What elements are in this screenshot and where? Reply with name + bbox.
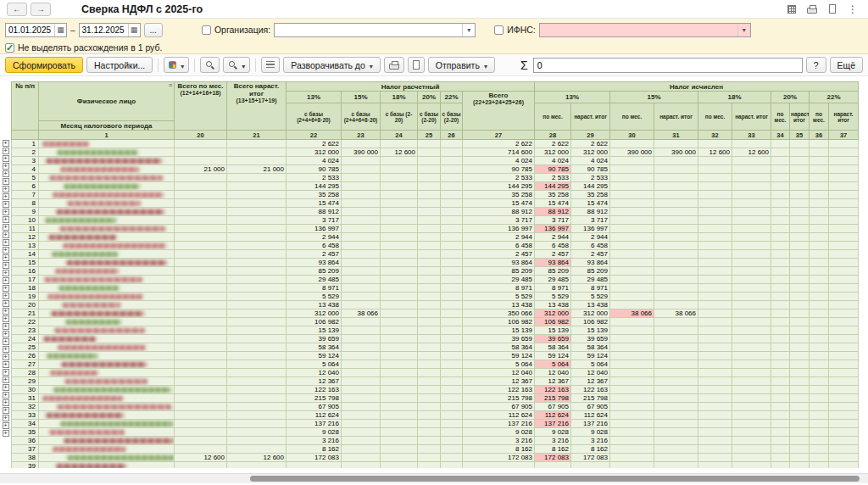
value-cell-30[interactable] [610, 157, 654, 165]
value-cell-20[interactable] [175, 267, 227, 276]
value-cell-23[interactable] [342, 386, 381, 394]
row-number-cell[interactable]: 29 [12, 377, 39, 386]
value-cell-37[interactable] [829, 428, 859, 437]
value-cell-33[interactable] [732, 318, 771, 326]
person-cell[interactable] [39, 335, 175, 343]
value-cell-21[interactable] [227, 343, 287, 352]
value-cell-34[interactable] [771, 343, 790, 352]
value-cell-26[interactable] [441, 326, 463, 335]
value-cell-30[interactable] [610, 445, 654, 454]
value-cell-37[interactable] [829, 377, 859, 386]
value-cell-35[interactable] [790, 191, 810, 199]
row-number-cell[interactable]: 24 [12, 335, 39, 343]
value-cell-23[interactable] [342, 403, 381, 411]
value-cell-35[interactable] [790, 293, 810, 301]
value-cell-33[interactable] [732, 199, 771, 208]
value-cell-33[interactable] [732, 267, 771, 276]
value-cell-35[interactable] [790, 259, 810, 267]
value-cell-21[interactable] [227, 318, 287, 326]
row-number-cell[interactable]: 4 [12, 165, 39, 174]
value-cell-28[interactable]: 58 364 [535, 343, 571, 352]
value-cell-34[interactable] [771, 267, 790, 276]
value-cell-34[interactable] [771, 199, 790, 208]
value-cell-34[interactable] [771, 157, 790, 165]
value-cell-31[interactable] [654, 165, 698, 174]
value-cell-29[interactable]: 144 295 [571, 182, 610, 191]
value-cell-29[interactable]: 2 944 [571, 233, 610, 242]
value-cell-31[interactable] [654, 216, 698, 225]
value-cell-25[interactable] [418, 191, 441, 199]
value-cell-34[interactable] [771, 259, 790, 267]
row-expander[interactable]: + [3, 300, 9, 307]
value-cell-24[interactable] [381, 428, 418, 437]
row-number-cell[interactable]: 35 [12, 428, 39, 437]
value-cell-33[interactable] [732, 165, 771, 174]
value-cell-32[interactable] [698, 293, 732, 301]
value-cell-32[interactable] [698, 216, 732, 225]
value-cell-26[interactable] [441, 165, 463, 174]
value-cell-34[interactable] [771, 403, 790, 411]
value-cell-36[interactable] [810, 343, 829, 352]
person-cell[interactable] [39, 420, 175, 428]
value-cell-28[interactable]: 90 785 [535, 165, 571, 174]
value-cell-30[interactable] [610, 165, 654, 174]
value-cell-27[interactable]: 8 162 [463, 445, 535, 454]
value-cell-20[interactable] [175, 250, 227, 259]
value-cell-20[interactable] [175, 199, 227, 208]
person-cell[interactable] [39, 318, 175, 326]
value-cell-37[interactable] [829, 394, 859, 403]
value-cell-29[interactable]: 137 216 [571, 420, 610, 428]
value-cell-26[interactable] [441, 284, 463, 293]
value-cell-27[interactable]: 29 485 [463, 276, 535, 284]
value-cell-29[interactable]: 90 785 [571, 165, 610, 174]
person-cell[interactable] [39, 343, 175, 352]
row-expander[interactable]: + [3, 231, 9, 238]
value-cell-34[interactable] [771, 360, 790, 369]
value-cell-35[interactable] [790, 445, 810, 454]
value-cell-27[interactable] [463, 462, 535, 469]
value-cell-36[interactable] [810, 411, 829, 420]
value-cell-37[interactable] [829, 360, 859, 369]
value-cell-26[interactable] [441, 394, 463, 403]
row-number-cell[interactable]: 2 [12, 148, 39, 157]
value-cell-33[interactable] [732, 377, 771, 386]
value-cell-23[interactable] [342, 394, 381, 403]
value-cell-26[interactable] [441, 437, 463, 445]
value-cell-36[interactable] [810, 199, 829, 208]
value-cell-36[interactable] [810, 335, 829, 343]
value-cell-36[interactable] [810, 301, 829, 309]
row-expander[interactable]: + [3, 140, 9, 147]
value-cell-24[interactable] [381, 360, 418, 369]
value-cell-34[interactable] [771, 182, 790, 191]
value-cell-22[interactable]: 2 457 [287, 250, 342, 259]
value-cell-27[interactable]: 106 982 [463, 318, 535, 326]
value-cell-27[interactable]: 350 066 [463, 309, 535, 318]
value-cell-28[interactable]: 2 944 [535, 233, 571, 242]
row-number-cell[interactable]: 5 [12, 174, 39, 182]
value-cell-20[interactable] [175, 420, 227, 428]
value-cell-29[interactable]: 15 139 [571, 326, 610, 335]
value-cell-37[interactable] [829, 174, 859, 182]
value-cell-35[interactable] [790, 386, 810, 394]
value-cell-36[interactable] [810, 360, 829, 369]
chevron-down-icon[interactable] [737, 24, 750, 36]
value-cell-36[interactable] [810, 250, 829, 259]
value-cell-21[interactable]: 12 600 [227, 454, 287, 462]
value-cell-28[interactable]: 4 024 [535, 157, 571, 165]
value-cell-21[interactable] [227, 148, 287, 157]
value-cell-22[interactable]: 112 624 [287, 411, 342, 420]
value-cell-22[interactable]: 8 162 [287, 445, 342, 454]
value-cell-34[interactable] [771, 326, 790, 335]
person-cell[interactable] [39, 293, 175, 301]
value-cell-21[interactable] [227, 182, 287, 191]
row-expander[interactable]: + [3, 369, 9, 376]
value-cell-37[interactable] [829, 411, 859, 420]
value-cell-32[interactable] [698, 225, 732, 233]
value-cell-27[interactable]: 15 474 [463, 199, 535, 208]
value-cell-28[interactable]: 8 971 [535, 284, 571, 293]
value-cell-22[interactable]: 3 717 [287, 216, 342, 225]
value-cell-26[interactable] [441, 454, 463, 462]
row-expander[interactable]: + [3, 239, 9, 246]
row-number-cell[interactable]: 14 [12, 250, 39, 259]
value-cell-24[interactable]: 12 600 [381, 148, 418, 157]
